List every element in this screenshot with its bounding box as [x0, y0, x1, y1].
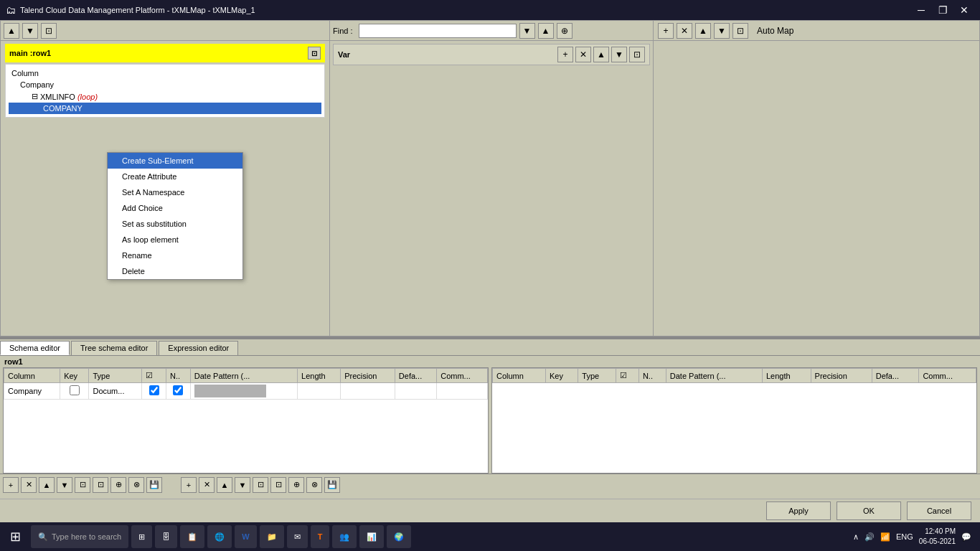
- search-label[interactable]: Type here to search: [52, 532, 121, 541]
- taskbar-app-files[interactable]: 📁: [260, 525, 284, 548]
- menu-set-substitution[interactable]: Set as substitution: [108, 216, 242, 232]
- var-add-button[interactable]: +: [557, 47, 573, 62]
- right-expand-button[interactable]: ⊡: [732, 23, 748, 39]
- task-view-button[interactable]: ⊞: [131, 525, 152, 548]
- find-input[interactable]: [359, 24, 517, 38]
- menu-set-namespace[interactable]: Set A Namespace: [108, 184, 242, 200]
- minimize-button[interactable]: ─: [911, 0, 931, 20]
- left-down-button[interactable]: ▼: [22, 23, 38, 39]
- col-header-default-left: Defa...: [395, 369, 436, 383]
- nullable-checkbox[interactable]: [149, 385, 159, 395]
- taskbar-app-talend[interactable]: T: [311, 525, 330, 548]
- task-view-icon: ⊞: [138, 532, 145, 542]
- tab-tree-schema-editor[interactable]: Tree schema editor: [71, 341, 157, 355]
- schema-import-button[interactable]: ⊕: [110, 477, 126, 493]
- schema-save-right-button[interactable]: 💾: [324, 477, 340, 493]
- n2-checkbox[interactable]: [173, 385, 183, 395]
- schema-remove-right-button[interactable]: ✕: [199, 477, 215, 493]
- right-schema-table: Column Key Type ☑ N.. Date Pattern (... …: [491, 367, 977, 474]
- left-expand-button[interactable]: ⊡: [41, 23, 57, 39]
- notification-icon[interactable]: 💬: [961, 532, 971, 542]
- schema-add-button[interactable]: +: [3, 477, 19, 493]
- menu-delete[interactable]: Delete: [108, 263, 242, 279]
- cell-n2[interactable]: [166, 383, 191, 400]
- taskbar-app-mail[interactable]: ✉: [287, 525, 308, 548]
- taskbar-app-teams[interactable]: 👥: [332, 525, 357, 548]
- var-down-button[interactable]: ▼: [611, 47, 627, 62]
- right-down-button[interactable]: ▼: [714, 23, 730, 39]
- context-menu: Create Sub-Element Create Attribute Set …: [107, 152, 243, 280]
- tree-header-btn[interactable]: ⊡: [308, 47, 321, 60]
- schema-remove-button[interactable]: ✕: [21, 477, 37, 493]
- tree-company-item[interactable]: Company: [9, 79, 321, 90]
- tree-company-label: Company: [20, 80, 54, 89]
- tab-schema-editor[interactable]: Schema editor: [0, 341, 70, 355]
- right-add-button[interactable]: +: [658, 23, 674, 39]
- schema-down-button[interactable]: ▼: [57, 477, 72, 493]
- find-options-button[interactable]: ⊕: [557, 23, 573, 39]
- taskbar-app-edge[interactable]: 🌐: [207, 525, 232, 548]
- taskbar: ⊞ 🔍 Type here to search ⊞ 🗄 📋 🌐 W 📁 ✉ T …: [0, 522, 980, 551]
- menu-create-attribute[interactable]: Create Attribute: [108, 169, 242, 184]
- network-icon[interactable]: 🔊: [864, 532, 875, 542]
- col-header-type-left: Type: [89, 369, 142, 383]
- close-button[interactable]: ✕: [954, 0, 974, 20]
- schema-copy-right-button[interactable]: ⊡: [253, 477, 268, 493]
- schema-import-right-button[interactable]: ⊕: [288, 477, 304, 493]
- var-up-button[interactable]: ▲: [593, 47, 609, 62]
- file-manager-app[interactable]: 🗄: [155, 525, 177, 548]
- right-panel: + ✕ ▲ ▼ ⊡ Auto Map: [653, 20, 980, 336]
- tree-column-item[interactable]: Column: [9, 67, 321, 79]
- menu-add-choice[interactable]: Add Choice: [108, 200, 242, 216]
- date-label: 06-05-2021: [919, 537, 956, 547]
- ok-button[interactable]: OK: [837, 501, 901, 520]
- taskbar-app-chart[interactable]: 📊: [359, 525, 384, 548]
- find-up-button[interactable]: ▲: [538, 23, 554, 39]
- schema-paste-right-button[interactable]: ⊡: [270, 477, 286, 493]
- cell-key[interactable]: [60, 383, 89, 400]
- app-icon-2: 📋: [187, 532, 197, 542]
- maximize-button[interactable]: ❐: [933, 0, 953, 20]
- tree-xmlinfo-item[interactable]: ⊟ XMLINFO (loop): [9, 90, 321, 103]
- schema-up-right-button[interactable]: ▲: [217, 477, 232, 493]
- taskbar-app-word[interactable]: W: [235, 525, 256, 548]
- cancel-button[interactable]: Cancel: [907, 501, 971, 520]
- schema-paste-button[interactable]: ⊡: [93, 477, 108, 493]
- menu-create-sub-element[interactable]: Create Sub-Element: [108, 153, 242, 169]
- schema-content: row1 Column Key Type ☑ N.. Date Patter: [0, 356, 980, 495]
- right-remove-button[interactable]: ✕: [677, 23, 692, 39]
- left-schema-table: Column Key Type ☑ N.. Date Pattern (... …: [3, 367, 489, 474]
- schema-export-right-button[interactable]: ⊗: [306, 477, 322, 493]
- table-row[interactable]: Company Docum...: [4, 383, 488, 400]
- mail-icon: ✉: [294, 532, 301, 542]
- schema-export-button[interactable]: ⊗: [128, 477, 144, 493]
- tab-expression-editor[interactable]: Expression editor: [159, 341, 238, 355]
- schema-add-right-button[interactable]: +: [181, 477, 197, 493]
- left-up-button[interactable]: ▲: [4, 23, 19, 39]
- cell-nullable[interactable]: [142, 383, 166, 400]
- menu-rename[interactable]: Rename: [108, 248, 242, 263]
- taskbar-app-browser[interactable]: 🌍: [387, 525, 411, 548]
- window-title: Talend Cloud Data Management Platform - …: [20, 6, 255, 14]
- titlebar: 🗂 Talend Cloud Data Management Platform …: [0, 0, 980, 20]
- var-expand-button[interactable]: ⊡: [629, 47, 645, 62]
- file-manager-icon: 🗄: [162, 532, 170, 541]
- schema-up-button[interactable]: ▲: [39, 477, 55, 493]
- schema-down-right-button[interactable]: ▼: [235, 477, 250, 493]
- chevron-up-icon[interactable]: ∧: [853, 532, 859, 542]
- start-button[interactable]: ⊞: [3, 525, 28, 548]
- schema-copy-button[interactable]: ⊡: [75, 477, 90, 493]
- menu-as-loop-element[interactable]: As loop element: [108, 232, 242, 248]
- right-up-button[interactable]: ▲: [695, 23, 711, 39]
- schema-save-button[interactable]: 💾: [146, 477, 162, 493]
- var-remove-button[interactable]: ✕: [575, 47, 591, 62]
- tree-company-node-item[interactable]: COMPANY: [9, 103, 321, 114]
- search-button[interactable]: 🔍 Type here to search: [31, 525, 128, 548]
- taskbar-app-2[interactable]: 📋: [180, 525, 204, 548]
- var-toolbar: + ✕ ▲ ▼ ⊡: [557, 47, 645, 62]
- tree-company-node-label: COMPANY: [43, 104, 83, 113]
- find-down-button[interactable]: ▼: [519, 23, 535, 39]
- volume-icon[interactable]: 📶: [880, 532, 890, 542]
- apply-button[interactable]: Apply: [766, 501, 831, 520]
- key-checkbox[interactable]: [70, 385, 80, 395]
